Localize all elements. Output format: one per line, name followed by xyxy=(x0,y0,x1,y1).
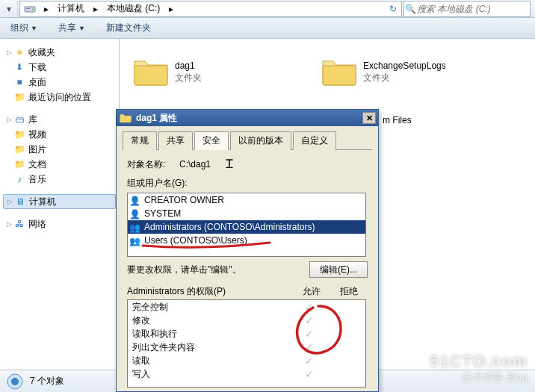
check-icon: ✓ xyxy=(291,328,328,340)
dialog-title-text: dag1 属性 xyxy=(136,112,177,125)
folder-type: 文件夹 xyxy=(175,72,202,84)
status-count: 7 个对象 xyxy=(30,375,64,388)
group-administrators[interactable]: 👥Administrators (CONTOSO\Administrators) xyxy=(128,220,365,234)
computer-icon: 🖥 xyxy=(14,196,26,208)
folder-dag1[interactable]: dag1文件夹 xyxy=(133,57,202,87)
folder-name: ExchangeSetupLogs xyxy=(363,60,446,72)
tab-custom[interactable]: 自定义 xyxy=(293,131,336,150)
object-name-label: 对象名称: xyxy=(127,158,179,171)
chevron-right-icon[interactable]: ▸ xyxy=(164,4,178,14)
crumb-computer[interactable]: 计算机 xyxy=(53,2,89,15)
tab-strip: 常规 共享 安全 以前的版本 自定义 xyxy=(123,131,372,150)
organize-menu[interactable]: 组织▼ xyxy=(0,22,48,34)
folder-type: 文件夹 xyxy=(363,72,446,84)
deny-header: 拒绝 xyxy=(330,285,368,298)
address-bar: ▾ ▸ 计算机 ▸ 本地磁盘 (C:) ▸ ↻ 🔍 xyxy=(0,0,535,18)
search-icon: 🔍 xyxy=(404,4,417,14)
tree-pictures[interactable]: 📁图片 xyxy=(3,142,116,157)
recent-icon: 📁 xyxy=(13,91,25,103)
new-folder-button[interactable]: 新建文件夹 xyxy=(96,22,161,34)
tab-general[interactable]: 常规 xyxy=(123,131,157,150)
star-icon: ★ xyxy=(13,46,25,58)
tree-docs[interactable]: 📁文档 xyxy=(3,157,116,172)
docs-icon: 📁 xyxy=(13,158,25,170)
perm-read[interactable]: 读取✓ xyxy=(128,354,365,367)
tree-desktop[interactable]: ■桌面 xyxy=(3,75,116,90)
tab-security[interactable]: 安全 xyxy=(194,131,229,150)
tree-network[interactable]: ▷🖧网络 xyxy=(3,217,116,231)
folder-icon xyxy=(133,57,169,87)
folder-icon xyxy=(321,57,357,87)
permissions-list[interactable]: 完全控制✓ 修改✓ 读取和执行✓ 列出文件夹内容✓ 读取✓ 写入✓ xyxy=(127,299,366,388)
text-cursor-icon: Ꮖ xyxy=(226,158,234,171)
search-box[interactable]: 🔍 xyxy=(403,1,531,17)
edit-button[interactable]: 编辑(E)... xyxy=(309,261,368,278)
folder-name: dag1 xyxy=(175,60,202,72)
chevron-right-icon[interactable]: ▸ xyxy=(89,4,102,14)
group-user-list[interactable]: 👤CREATOR OWNER 👤SYSTEM 👥Administrators (… xyxy=(127,193,366,257)
perm-modify[interactable]: 修改✓ xyxy=(128,314,365,327)
check-icon: ✓ xyxy=(291,301,328,313)
object-name-value: C:\dag1 xyxy=(179,159,211,169)
music-icon: ♪ xyxy=(13,173,25,185)
desktop-icon: ■ xyxy=(13,76,25,88)
network-icon: 🖧 xyxy=(13,218,25,230)
close-button[interactable]: ✕ xyxy=(362,112,376,124)
perm-read-execute[interactable]: 读取和执行✓ xyxy=(128,327,365,340)
refresh-icon[interactable]: ↻ xyxy=(385,4,401,14)
tab-sharing[interactable]: 共享 xyxy=(158,131,193,150)
nav-tree: ▷★收藏夹 ⬇下载 ■桌面 📁最近访问的位置 ▷🗃库 📁视频 📁图片 📁文档 ♪… xyxy=(0,39,120,392)
video-icon: 📁 xyxy=(13,128,25,140)
search-input[interactable] xyxy=(417,4,530,14)
download-icon: ⬇ xyxy=(13,61,25,73)
tab-previous-versions[interactable]: 以前的版本 xyxy=(230,131,291,150)
folder-icon xyxy=(120,112,132,124)
edit-hint-text: 要更改权限，请单击"编辑"。 xyxy=(127,264,309,276)
breadcrumb[interactable]: ▸ 计算机 ▸ 本地磁盘 (C:) ▸ ↻ xyxy=(19,1,402,17)
tree-music[interactable]: ♪音乐 xyxy=(3,172,116,187)
groups-label: 组或用户名(G): xyxy=(127,177,368,190)
group-system[interactable]: 👤SYSTEM xyxy=(128,207,365,220)
check-icon: ✓ xyxy=(291,314,328,326)
pictures-icon: 📁 xyxy=(13,143,25,155)
tree-recent[interactable]: 📁最近访问的位置 xyxy=(3,90,116,105)
perm-full-control[interactable]: 完全控制✓ xyxy=(128,300,365,314)
dropdown-icon[interactable]: ▾ xyxy=(0,1,18,17)
user-icon: 👤 xyxy=(129,194,141,206)
chevron-right-icon[interactable]: ▸ xyxy=(40,4,53,14)
tree-video[interactable]: 📁视频 xyxy=(3,127,116,142)
tree-favorites[interactable]: ▷★收藏夹 xyxy=(3,45,116,60)
drive-icon xyxy=(23,3,37,15)
group-users[interactable]: 👥Users (CONTOSO\Users) xyxy=(128,234,365,247)
start-icon[interactable] xyxy=(4,373,25,391)
svg-rect-1 xyxy=(26,8,30,9)
user-icon: 👤 xyxy=(129,208,141,220)
share-menu[interactable]: 共享▼ xyxy=(48,22,96,34)
check-icon: ✓ xyxy=(291,341,328,353)
tree-libraries[interactable]: ▷🗃库 xyxy=(3,112,116,127)
perm-write[interactable]: 写入✓ xyxy=(128,367,365,381)
tree-computer[interactable]: ▷🖥计算机 xyxy=(3,194,116,209)
toolbar: 组织▼ 共享▼ 新建文件夹 xyxy=(0,18,535,39)
folder-programfiles-partial[interactable]: m Files xyxy=(383,115,412,125)
check-icon: ✓ xyxy=(291,368,328,380)
perm-list-contents[interactable]: 列出文件夹内容✓ xyxy=(128,340,365,354)
crumb-drive[interactable]: 本地磁盘 (C:) xyxy=(102,2,164,15)
properties-dialog: dag1 属性 ✕ 常规 共享 安全 以前的版本 自定义 对象名称: C:\da… xyxy=(116,109,379,392)
folder-exchangesetuplogs[interactable]: ExchangeSetupLogs文件夹 xyxy=(321,57,446,87)
group-creator-owner[interactable]: 👤CREATOR OWNER xyxy=(128,193,365,207)
users-icon: 👥 xyxy=(129,234,141,246)
users-icon: 👥 xyxy=(129,221,141,233)
library-icon: 🗃 xyxy=(13,113,25,125)
check-icon: ✓ xyxy=(291,355,328,367)
allow-header: 允许 xyxy=(293,285,330,298)
svg-point-2 xyxy=(32,8,34,10)
permissions-label: Administrators 的权限(P) xyxy=(127,285,293,298)
dialog-titlebar[interactable]: dag1 属性 ✕ xyxy=(117,110,378,126)
svg-point-4 xyxy=(11,378,19,385)
tree-downloads[interactable]: ⬇下载 xyxy=(3,60,116,75)
